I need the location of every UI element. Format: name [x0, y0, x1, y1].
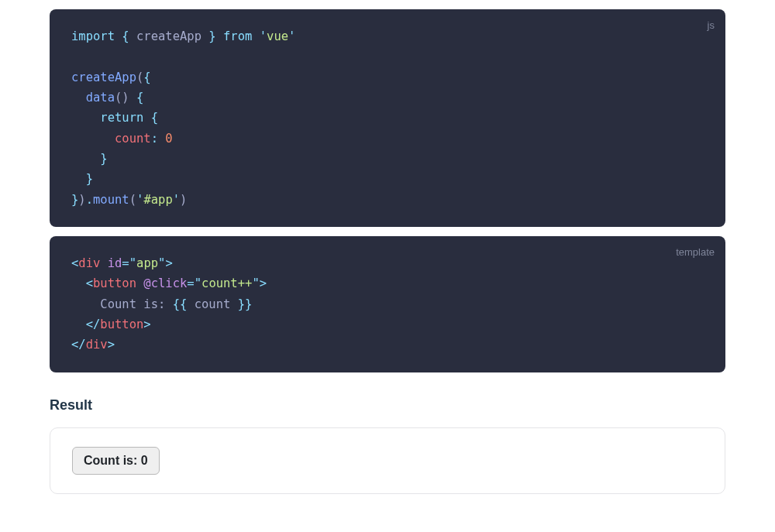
lang-label-template: template [676, 244, 715, 261]
page-root: js import { createApp } from 'vue' creat… [0, 9, 775, 510]
code-block-template: template <div id="app"> <button @click="… [50, 236, 725, 372]
code-pre-template: <div id="app"> <button @click="count++">… [71, 253, 704, 355]
result-box: Count is: 0 [50, 427, 725, 494]
code-pre-js: import { createApp } from 'vue' createAp… [71, 26, 704, 210]
lang-label-js: js [708, 17, 715, 34]
count-button[interactable]: Count is: 0 [72, 447, 160, 475]
result-heading: Result [50, 397, 725, 414]
code-block-js: js import { createApp } from 'vue' creat… [50, 9, 725, 227]
